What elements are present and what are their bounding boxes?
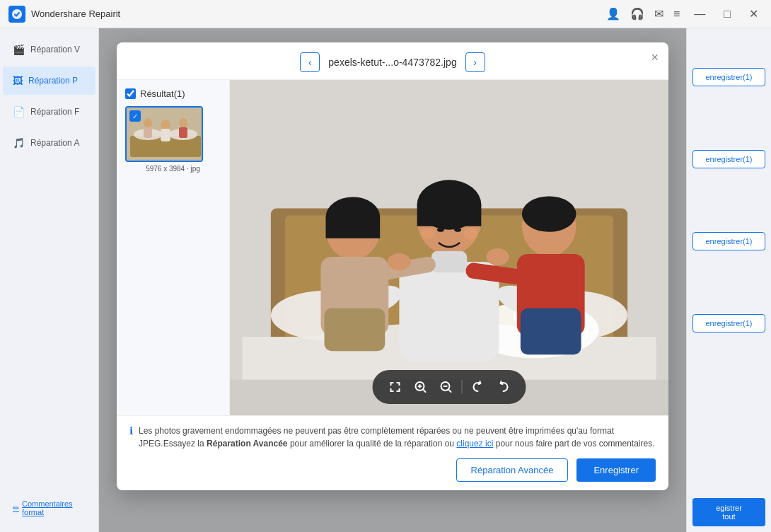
prev-button[interactable]: ‹ [300,52,320,72]
svg-rect-33 [325,308,386,352]
modal-footer: ℹ Les photos gravement endommagées ne pe… [117,415,668,490]
svg-rect-21 [417,204,482,226]
thumbnail-panel: Résultat(1) ✓ [117,80,230,415]
svg-rect-31 [326,217,381,238]
fullscreen-button[interactable] [384,376,407,398]
sidebar-item-label: Réparation P [28,76,78,86]
headset-icon[interactable]: 🎧 [630,7,644,21]
advanced-repair-button[interactable]: Réparation Avancée [456,458,569,482]
footer-actions: Réparation Avancée Enregistrer [129,458,656,482]
close-button[interactable]: ✕ [745,6,763,22]
comments-link[interactable]: ✏ Commentaires format [3,495,95,521]
email-icon[interactable]: ✉ [654,7,663,21]
save-button[interactable]: Enregistrer [576,458,656,482]
register-btn-3[interactable]: enregistrer(1) [692,232,765,250]
main-content: ‹ pexels-ketut-...o-4473782.jpg › × Résu… [99,28,686,532]
minimize-button[interactable]: — [690,6,709,22]
result-header: Résultat(1) [125,88,221,99]
svg-point-9 [179,118,187,128]
thumb-checkmark: ✓ [129,110,141,122]
rotate-left-button[interactable] [467,376,489,398]
svg-rect-6 [161,129,170,141]
register-btn-2[interactable]: enregistrer(1) [692,150,765,168]
svg-rect-10 [179,127,187,138]
user-icon[interactable]: 👤 [606,7,620,21]
comments-label: Commentaires format [22,499,86,516]
sidebar-item-label: Réparation V [30,45,80,54]
app-body: 🎬 Réparation V 🖼 Réparation P 📄 Réparati… [0,28,771,532]
svg-point-40 [388,253,410,270]
preview-panel [230,80,668,415]
info-icon: ℹ [129,425,133,436]
toolbar-divider [462,380,463,394]
rotate-right-button[interactable] [492,376,515,398]
sidebar-item-label: Réparation F [30,107,79,117]
svg-rect-38 [521,308,581,355]
svg-point-28 [454,228,461,232]
modal-filename: pexels-ketut-...o-4473782.jpg [328,57,456,68]
sidebar-item-label: Réparation A [30,138,79,148]
result-checkbox[interactable] [125,88,136,99]
feedback-link[interactable]: cliquez ici [456,439,493,449]
menu-icon[interactable]: ≡ [673,8,680,21]
sidebar-bottom: ✏ Commentaires format [0,490,98,526]
app-logo [8,6,25,23]
modal-close-button[interactable]: × [651,51,659,64]
file-icon: 📄 [13,106,25,117]
thumbnail-item[interactable]: ✓ [125,106,203,162]
footer-info: ℹ Les photos gravement endommagées ne pe… [129,424,656,450]
sidebar-item-reparation-a[interactable]: 🎵 Réparation A [3,129,95,157]
svg-point-36 [522,196,576,231]
svg-rect-24 [431,251,467,272]
footer-text: Les photos gravement endommagées ne peuv… [139,424,656,450]
register-btn-1[interactable]: enregistrer(1) [692,68,765,86]
right-panel: enregistrer(1) enregistrer(1) enregistre… [686,28,771,532]
svg-point-7 [144,118,152,128]
svg-point-41 [486,248,509,265]
modal-header: ‹ pexels-ketut-...o-4473782.jpg › × [117,42,668,80]
sidebar-item-reparation-v[interactable]: 🎬 Réparation V [3,35,95,64]
svg-point-27 [437,228,444,232]
save-all-button[interactable]: egistrer tout [692,498,765,526]
modal-body: Résultat(1) ✓ [117,80,668,415]
preview-modal: ‹ pexels-ketut-...o-4473782.jpg › × Résu… [117,42,668,490]
video-icon: 🎬 [13,44,25,55]
photo-icon: 🖼 [13,75,23,86]
preview-toolbar [373,370,526,404]
titlebar-icons: 👤 🎧 ✉ ≡ — □ ✕ [606,6,763,22]
edit-icon: ✏ [13,504,19,513]
svg-rect-8 [144,127,152,138]
next-button[interactable]: › [465,52,485,72]
zoom-out-button[interactable] [435,376,458,398]
result-label: Résultat(1) [140,88,185,99]
app-title: Wondershare Repairit [31,8,606,19]
svg-point-42 [421,228,435,239]
thumbnail-dimensions: 5976 x 3984 · jpg [125,165,221,173]
modal-overlay: ‹ pexels-ketut-...o-4473782.jpg › × Résu… [99,28,686,532]
audio-icon: 🎵 [13,137,25,149]
sidebar: 🎬 Réparation V 🖼 Réparation P 📄 Réparati… [0,28,99,532]
sidebar-item-reparation-f[interactable]: 📄 Réparation F [3,98,95,126]
titlebar: Wondershare Repairit 👤 🎧 ✉ ≡ — □ ✕ [0,0,771,28]
svg-point-43 [463,228,477,239]
zoom-in-button[interactable] [410,376,432,398]
register-btn-4[interactable]: enregistrer(1) [692,314,765,332]
sidebar-item-reparation-p[interactable]: 🖼 Réparation P [3,66,95,95]
maximize-button[interactable]: □ [719,6,735,22]
photo-scene [230,80,668,415]
